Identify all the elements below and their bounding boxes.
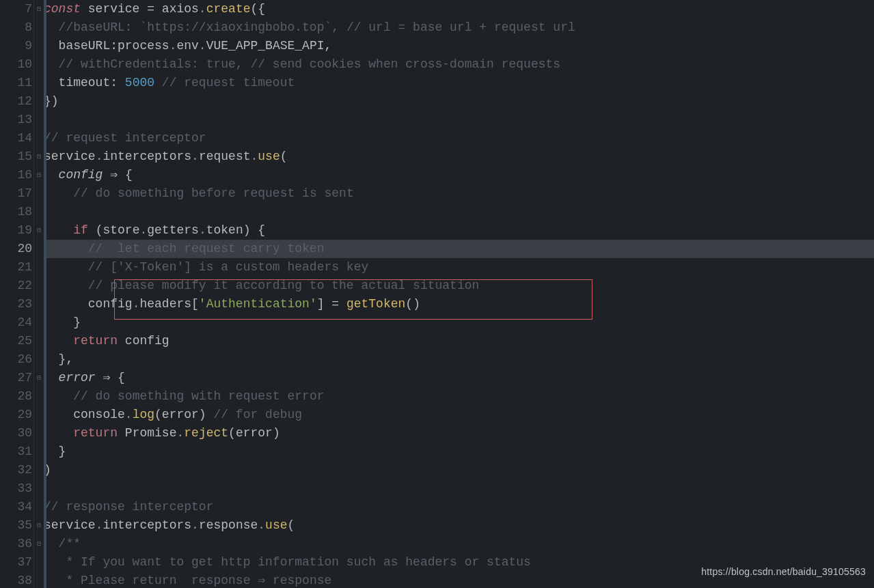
line-number: 19 xyxy=(0,221,32,240)
fold-marker[interactable] xyxy=(34,313,44,332)
line-number: 22 xyxy=(0,277,32,295)
code-line[interactable]: return Promise.reject(error) xyxy=(44,424,874,443)
code-line[interactable]: error ⇒ { xyxy=(44,369,874,387)
line-number: 21 xyxy=(0,258,32,277)
fold-marker[interactable] xyxy=(34,332,44,350)
code-line[interactable]: // please modify it according to the act… xyxy=(44,277,874,295)
fold-marker[interactable] xyxy=(34,55,44,74)
line-number: 26 xyxy=(0,350,32,369)
code-line[interactable]: }, xyxy=(44,350,874,369)
fold-marker[interactable] xyxy=(34,277,44,295)
fold-marker[interactable] xyxy=(34,479,44,498)
line-number: 36 xyxy=(0,535,32,553)
fold-marker[interactable]: ⊟ xyxy=(34,0,44,18)
fold-marker[interactable] xyxy=(34,37,44,55)
fold-marker[interactable] xyxy=(34,111,44,129)
fold-marker[interactable] xyxy=(34,498,44,516)
line-number: 8 xyxy=(0,18,32,37)
fold-marker[interactable] xyxy=(34,203,44,221)
line-number: 35 xyxy=(0,516,32,535)
fold-marker[interactable] xyxy=(34,18,44,37)
code-line[interactable]: } xyxy=(44,313,874,332)
line-number: 14 xyxy=(0,129,32,148)
code-line[interactable]: // do something before request is sent xyxy=(44,184,874,203)
code-line[interactable] xyxy=(44,111,874,129)
line-number: 27 xyxy=(0,369,32,387)
fold-marker[interactable] xyxy=(34,295,44,313)
code-line[interactable]: config ⇒ { xyxy=(44,166,874,184)
code-line[interactable]: // do something with request error xyxy=(44,387,874,406)
code-line[interactable]: /** xyxy=(44,535,874,553)
code-line[interactable] xyxy=(44,203,874,221)
code-line[interactable]: }) xyxy=(44,92,874,111)
fold-marker[interactable] xyxy=(34,74,44,92)
code-line[interactable]: service.interceptors.response.use( xyxy=(44,516,874,535)
code-line[interactable]: } xyxy=(44,443,874,461)
line-number: 16 xyxy=(0,166,32,184)
fold-marker[interactable] xyxy=(34,387,44,406)
line-number: 12 xyxy=(0,92,32,111)
fold-marker[interactable]: ⊟ xyxy=(34,166,44,184)
line-number: 11 xyxy=(0,74,32,92)
code-line[interactable]: const service = axios.create({ xyxy=(44,0,874,18)
line-number: 38 xyxy=(0,572,32,588)
code-line[interactable]: return config xyxy=(44,332,874,350)
code-area[interactable]: const service = axios.create({ //baseURL… xyxy=(44,0,874,588)
line-number: 30 xyxy=(0,424,32,443)
line-number: 28 xyxy=(0,387,32,406)
line-number: 20 xyxy=(0,240,32,258)
fold-marker[interactable]: ⊟ xyxy=(34,148,44,166)
code-line[interactable]: baseURL:process.env.VUE_APP_BASE_API, xyxy=(44,37,874,55)
fold-marker[interactable] xyxy=(34,443,44,461)
line-number: 24 xyxy=(0,313,32,332)
line-number: 31 xyxy=(0,443,32,461)
fold-marker[interactable] xyxy=(34,184,44,203)
code-line[interactable]: service.interceptors.request.use( xyxy=(44,148,874,166)
line-number: 34 xyxy=(0,498,32,516)
line-number: 7 xyxy=(0,0,32,18)
fold-marker[interactable] xyxy=(34,461,44,479)
line-number: 33 xyxy=(0,479,32,498)
line-number-gutter: 7891011121314151617181920212223242526272… xyxy=(0,0,34,588)
fold-marker[interactable] xyxy=(34,129,44,148)
code-line[interactable]: console.log(error) // for debug xyxy=(44,406,874,424)
fold-marker[interactable] xyxy=(34,350,44,369)
line-number: 23 xyxy=(0,295,32,313)
fold-marker[interactable] xyxy=(34,406,44,424)
code-line[interactable]: // withCredentials: true, // send cookie… xyxy=(44,55,874,74)
line-number: 37 xyxy=(0,553,32,572)
fold-marker[interactable]: ⊟ xyxy=(34,516,44,535)
fold-marker[interactable] xyxy=(34,572,44,588)
watermark-text: https://blog.csdn.net/baidu_39105563 xyxy=(701,563,866,581)
line-number: 13 xyxy=(0,111,32,129)
code-line[interactable]: ······// ·let·each·request·carry·token xyxy=(44,240,874,258)
code-line[interactable]: if (store.getters.token) { xyxy=(44,221,874,240)
line-number: 32 xyxy=(0,461,32,479)
code-editor[interactable]: 7891011121314151617181920212223242526272… xyxy=(0,0,874,588)
fold-marker[interactable]: ⊟ xyxy=(34,221,44,240)
line-number: 17 xyxy=(0,184,32,203)
fold-marker[interactable]: ⊟ xyxy=(34,369,44,387)
line-number: 29 xyxy=(0,406,32,424)
line-number: 10 xyxy=(0,55,32,74)
fold-column[interactable]: ⊟⊟⊟⊟⊟⊟⊟ xyxy=(34,0,44,588)
fold-marker[interactable]: ⊟ xyxy=(34,535,44,553)
line-number: 18 xyxy=(0,203,32,221)
fold-marker[interactable] xyxy=(34,258,44,277)
code-line[interactable]: // response interceptor xyxy=(44,498,874,516)
code-line[interactable]: // ['X-Token'] is a custom headers key xyxy=(44,258,874,277)
code-line[interactable] xyxy=(44,479,874,498)
line-number: 9 xyxy=(0,37,32,55)
line-number: 15 xyxy=(0,148,32,166)
code-line[interactable]: // request interceptor xyxy=(44,129,874,148)
code-line[interactable]: //baseURL: `https://xiaoxingbobo.top`, /… xyxy=(44,18,874,37)
fold-marker[interactable] xyxy=(34,424,44,443)
fold-marker[interactable] xyxy=(34,240,44,258)
code-line[interactable]: config.headers['Authentication'] = getTo… xyxy=(44,295,874,313)
fold-marker[interactable] xyxy=(34,92,44,111)
fold-marker[interactable] xyxy=(34,553,44,572)
code-line[interactable]: ) xyxy=(44,461,874,479)
code-line[interactable]: timeout: 5000 // request timeout xyxy=(44,74,874,92)
line-number: 25 xyxy=(0,332,32,350)
